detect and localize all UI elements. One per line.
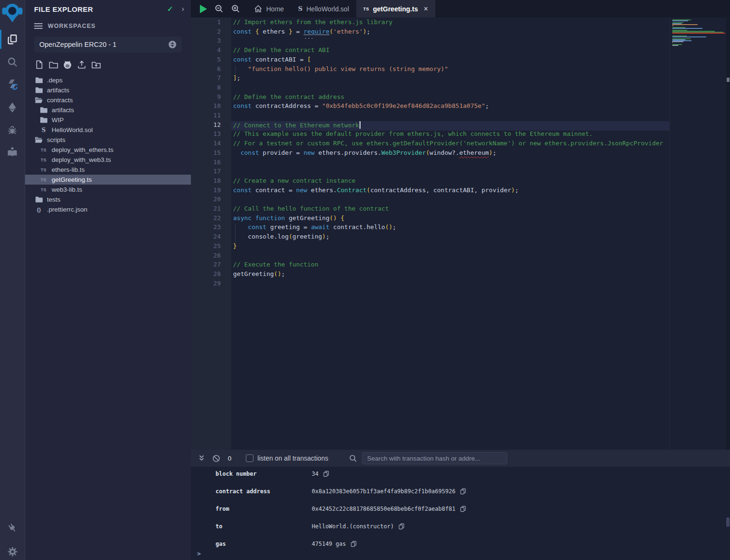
indent-guide [235, 233, 235, 242]
upload-file-icon[interactable] [77, 60, 87, 70]
code-line [233, 280, 669, 289]
tree-item-web3-lib-ts[interactable]: TSweb3-lib.ts [25, 185, 191, 195]
tree-item-artifacts[interactable]: artifacts [25, 105, 191, 115]
code-line: const contractAddress = "0xb54febb5c0c0f… [233, 102, 669, 112]
tree-item-label: ethers-lib.ts [52, 166, 85, 173]
github-icon[interactable] [63, 60, 72, 70]
terminal-search-input[interactable] [362, 452, 507, 464]
tree-item--prettierrc-json[interactable]: {}.prettierrc.json [25, 204, 191, 214]
tree-item-label: tests [47, 196, 61, 203]
remix-logo-icon[interactable] [0, 1, 25, 23]
code-editor[interactable]: 1234567891011121314151617181920212223242… [191, 18, 730, 450]
tree-item--deps[interactable]: .deps [25, 75, 191, 85]
code-token: "0xb54febb5c0c0f199e2eef846d82aca9b851a0… [322, 102, 485, 109]
terminal: 0 listen on all transactions > block num… [191, 450, 730, 560]
editor-zoom-in-button[interactable] [231, 4, 240, 13]
tree-item-getgreeting-ts[interactable]: TSgetGreeting.ts [25, 175, 191, 185]
code-token: provider = [259, 149, 304, 156]
debugger-icon[interactable] [0, 119, 25, 141]
code-token: Contract [337, 187, 367, 194]
tree-item-ethers-lib-ts[interactable]: TSethers-lib.ts [25, 165, 191, 175]
line-number: 16 [213, 159, 221, 168]
code-token: ] [233, 74, 237, 81]
code-line [233, 252, 669, 261]
code-token: { [341, 214, 344, 222]
remix-ide-window: FILE EXPLORER ✓ › WORKSPACES OpenZeppeli… [0, 0, 730, 560]
ts-icon: TS [39, 178, 48, 182]
listen-transactions-label: listen on all transactions [258, 454, 328, 462]
workspace-stepper-icon[interactable] [168, 40, 177, 49]
code-token: await [311, 223, 329, 231]
tree-item-artifacts[interactable]: artifacts [25, 85, 191, 95]
folder-open-icon [35, 136, 43, 143]
code-line: // Define the contract address [233, 93, 669, 103]
tree-item-tests[interactable]: tests [25, 195, 191, 204]
code-content[interactable]: // Import ethers from the ethers.js libr… [231, 18, 669, 450]
copy-icon[interactable] [398, 523, 405, 530]
minimap-line [672, 28, 703, 29]
deploy-and-run-icon[interactable] [0, 97, 25, 118]
workspace-selector[interactable]: OpenZeppelin ERC20 - 1 [34, 36, 182, 53]
folder-icon [39, 107, 48, 114]
copy-icon[interactable] [460, 506, 466, 512]
code-line: const { ethers } = require('ethers'); [233, 28, 669, 37]
plugin-manager-icon[interactable] [0, 517, 25, 539]
tree-item-helloworld-sol[interactable]: SHelloWorld.sol [25, 125, 191, 135]
new-file-icon[interactable] [34, 60, 44, 70]
code-token: ; [326, 233, 330, 240]
tab-helloworld-sol[interactable]: SHelloWorld.sol [291, 0, 356, 18]
code-line [233, 112, 669, 121]
code-token: new [304, 149, 315, 156]
solidity-compiler-icon[interactable] [0, 74, 25, 96]
settings-icon[interactable] [0, 541, 25, 560]
code-token [252, 28, 255, 35]
tree-item-deploy-with-web3-ts[interactable]: TSdeploy_with_web3.ts [25, 155, 191, 165]
tree-item-label: WIP [52, 116, 64, 124]
minimap[interactable] [669, 18, 726, 450]
check-icon[interactable]: ✓ [167, 5, 173, 13]
workspaces-menu-icon[interactable] [34, 23, 43, 29]
tab-home[interactable]: Home [247, 0, 291, 18]
copy-icon[interactable] [351, 541, 357, 547]
tree-item-deploy-with-ethers-ts[interactable]: TSdeploy_with_ethers.ts [25, 145, 191, 155]
terminal-collapse-icon[interactable] [198, 454, 206, 462]
minimap-line [672, 20, 688, 21]
tree-item-label: deploy_with_ethers.ts [52, 146, 114, 153]
close-tab-icon[interactable]: × [424, 5, 428, 13]
line-number: 11 [213, 112, 221, 121]
new-folder-icon[interactable] [48, 60, 58, 70]
code-token: ) [511, 187, 515, 194]
editor-zoom-out-button[interactable] [215, 4, 224, 13]
line-number: 20 [213, 196, 221, 205]
chevron-right-icon[interactable]: › [181, 4, 184, 14]
upload-folder-icon[interactable] [91, 60, 101, 70]
tree-item-wip[interactable]: WIP [25, 115, 191, 125]
copy-icon[interactable] [460, 488, 466, 495]
ts-icon: TS [39, 168, 48, 172]
search-icon[interactable] [0, 51, 25, 73]
code-token: const [233, 28, 252, 35]
minimap-line [672, 24, 698, 25]
run-script-button[interactable] [200, 5, 207, 13]
terminal-row-value: 34 [312, 471, 318, 477]
code-line: "function hello() public view returns (s… [233, 65, 669, 75]
code-token: contractAddress, contractABI, provider [370, 187, 511, 194]
copy-icon[interactable] [323, 471, 329, 477]
code-token: ) [322, 233, 326, 240]
code-token: 'ethers' [333, 28, 363, 35]
tree-item-label: web3-lib.ts [52, 186, 82, 193]
clear-console-icon[interactable] [212, 454, 220, 462]
unit-testing-icon[interactable] [0, 141, 25, 163]
code-token: } [233, 242, 237, 249]
minimap-line [672, 41, 684, 42]
file-explorer-icon[interactable] [0, 28, 25, 50]
ts-icon: TS [39, 158, 48, 162]
code-token: function [255, 214, 285, 222]
terminal-row-label: contract address [216, 488, 312, 495]
listen-transactions-checkbox[interactable] [246, 454, 253, 462]
tree-item-contracts[interactable]: contracts [25, 95, 191, 105]
tab-getgreeting-ts[interactable]: TSgetGreeting.ts× [356, 0, 435, 18]
code-token [233, 149, 241, 156]
terminal-scrollbar-thumb[interactable] [726, 517, 730, 527]
tree-item-scripts[interactable]: scripts [25, 135, 191, 145]
